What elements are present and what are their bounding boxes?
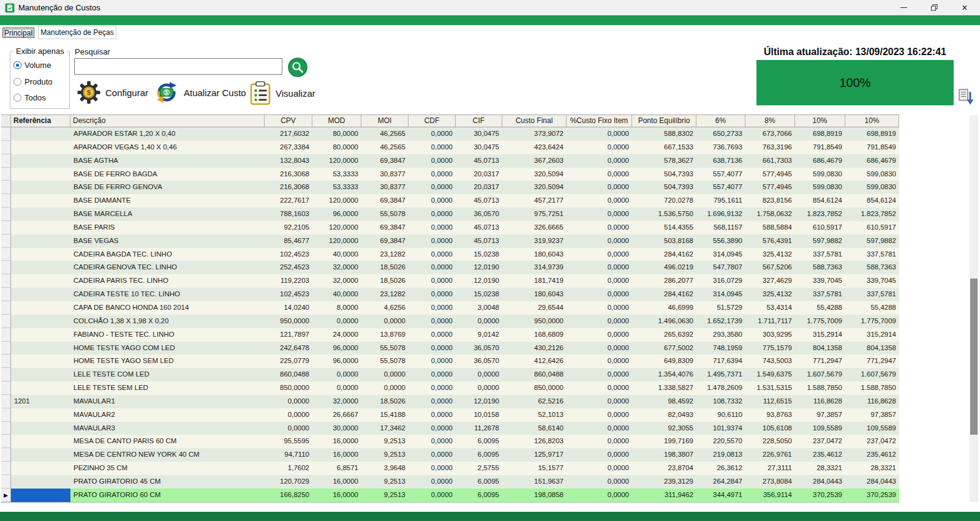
row-selector-cell[interactable] bbox=[1, 221, 11, 234]
cell-8pct[interactable]: 303,9295 bbox=[745, 328, 795, 342]
cell-cpv[interactable]: 216,3068 bbox=[265, 181, 312, 194]
cell-10pct[interactable]: 370,2539 bbox=[795, 489, 845, 502]
cell-cif[interactable]: 0,0000 bbox=[456, 315, 502, 328]
cell-cpv[interactable]: 950,0000 bbox=[265, 315, 312, 328]
table-row[interactable]: CADEIRA PARIS TEC. LINHO119,220332,00001… bbox=[1, 274, 899, 288]
row-selector-cell[interactable] bbox=[1, 462, 11, 475]
cell-cif[interactable]: 45,0713 bbox=[456, 221, 502, 234]
cell-6pct[interactable]: 568,1157 bbox=[696, 221, 745, 234]
cell-moi[interactable]: 69,3847 bbox=[361, 221, 409, 234]
cell-descricao[interactable]: LELE TESTE COM LED bbox=[70, 368, 265, 381]
cell-cif[interactable]: 9,0142 bbox=[456, 328, 502, 342]
table-row[interactable]: PEZINHO 35 CM1,76026,85713,96480,00002,5… bbox=[1, 462, 899, 475]
cell-descricao[interactable]: PRATO GIRATORIO 60 CM bbox=[70, 489, 265, 502]
cell-moi[interactable]: 46,2565 bbox=[361, 141, 409, 154]
cell-descricao[interactable]: BASE DIAMANTE bbox=[70, 194, 265, 208]
cell-cif[interactable]: 11,2678 bbox=[456, 422, 502, 435]
cell-custo-final[interactable]: 320,5094 bbox=[502, 181, 567, 194]
cell-referencia[interactable] bbox=[11, 315, 70, 328]
cell-10pct-2[interactable]: 804,1358 bbox=[845, 342, 899, 355]
cell-6pct[interactable]: 219,0813 bbox=[696, 448, 745, 462]
cell-referencia[interactable] bbox=[11, 328, 70, 342]
cell-6pct[interactable]: 736,7693 bbox=[696, 141, 745, 154]
cell-pct-custo-fixo-item[interactable]: 0,0000 bbox=[567, 489, 632, 502]
cell-mod[interactable]: 0,0000 bbox=[312, 368, 361, 381]
cell-custo-final[interactable]: 314,9739 bbox=[502, 261, 567, 274]
cell-10pct[interactable]: 599,0830 bbox=[795, 168, 845, 181]
cell-10pct[interactable]: 686,4679 bbox=[795, 154, 845, 168]
cell-moi[interactable]: 69,3847 bbox=[361, 154, 409, 168]
cell-10pct-2[interactable]: 109,5589 bbox=[845, 422, 899, 435]
cell-8pct[interactable]: 325,4132 bbox=[745, 288, 795, 301]
cell-10pct-2[interactable]: 771,2947 bbox=[845, 354, 899, 368]
cell-6pct[interactable]: 90,6110 bbox=[696, 408, 745, 422]
cell-10pct[interactable]: 284,0443 bbox=[795, 475, 845, 489]
table-row[interactable]: HOME TESTE YAGO SEM LED225,077996,000055… bbox=[1, 354, 899, 368]
cell-pct-custo-fixo-item[interactable]: 0,0000 bbox=[567, 141, 632, 154]
cell-custo-final[interactable]: 181,7419 bbox=[502, 274, 567, 288]
cell-cif[interactable]: 12,0190 bbox=[456, 395, 502, 408]
table-row[interactable]: CADEIRA TESTE 10 TEC. LINHO102,452340,00… bbox=[1, 288, 899, 301]
cell-6pct[interactable]: 638,7136 bbox=[696, 154, 745, 168]
table-row[interactable]: BASE PARIS92,2105120,000069,38470,000045… bbox=[1, 221, 899, 234]
row-selector-cell[interactable] bbox=[1, 395, 11, 408]
cell-referencia[interactable] bbox=[11, 274, 70, 288]
restore-button[interactable] bbox=[919, 0, 949, 15]
cell-6pct[interactable]: 26,3612 bbox=[696, 462, 745, 475]
cell-mod[interactable]: 26,6667 bbox=[312, 408, 361, 422]
row-selector-cell[interactable] bbox=[1, 408, 11, 422]
cell-10pct[interactable]: 1.588,7850 bbox=[795, 381, 845, 395]
cell-cif[interactable]: 6,0095 bbox=[456, 475, 502, 489]
cell-cdf[interactable]: 0,0000 bbox=[409, 422, 456, 435]
cell-10pct[interactable]: 791,8549 bbox=[795, 141, 845, 154]
cell-referencia[interactable] bbox=[11, 462, 70, 475]
cell-referencia[interactable] bbox=[11, 408, 70, 422]
cell-ponto-equilibrio[interactable]: 1.536,5750 bbox=[632, 208, 696, 221]
cell-referencia[interactable]: 1201 bbox=[11, 395, 70, 408]
cell-cdf[interactable]: 0,0000 bbox=[409, 354, 456, 368]
column-header-moi[interactable]: MOI bbox=[361, 115, 409, 127]
table-row[interactable]: BASE DE FERRO BAGDA216,306853,333330,837… bbox=[1, 168, 899, 181]
cell-descricao[interactable]: MESA DE CANTO PARIS 60 CM bbox=[70, 435, 265, 448]
cell-mod[interactable]: 53,3333 bbox=[312, 168, 361, 181]
row-selector-cell[interactable] bbox=[1, 301, 11, 315]
cell-cif[interactable]: 45,0713 bbox=[456, 234, 502, 248]
cell-ponto-equilibrio[interactable]: 23,8704 bbox=[632, 462, 696, 475]
cell-10pct[interactable]: 337,5781 bbox=[795, 248, 845, 261]
cell-cpv[interactable]: 121,7897 bbox=[265, 328, 312, 342]
row-selector-cell[interactable] bbox=[1, 288, 11, 301]
cell-pct-custo-fixo-item[interactable]: 0,0000 bbox=[567, 168, 632, 181]
row-selector-cell[interactable] bbox=[1, 435, 11, 448]
cell-8pct[interactable]: 567,5206 bbox=[745, 261, 795, 274]
table-row[interactable]: PRATO GIRATORIO 45 CM120,702916,00009,25… bbox=[1, 475, 899, 489]
table-row[interactable]: ▶PRATO GIRATORIO 60 CM166,825016,00009,2… bbox=[1, 489, 899, 502]
cell-10pct-2[interactable]: 854,6124 bbox=[845, 194, 899, 208]
cell-10pct[interactable]: 1.607,5679 bbox=[795, 368, 845, 381]
cell-descricao[interactable]: CADEIRA BAGDA TEC. LINHO bbox=[70, 248, 265, 261]
cell-10pct[interactable]: 116,8628 bbox=[795, 395, 845, 408]
cell-cdf[interactable]: 0,0000 bbox=[409, 141, 456, 154]
table-row[interactable]: FABIANO - TESTE TEC. LINHO121,789724,000… bbox=[1, 328, 899, 342]
cell-pct-custo-fixo-item[interactable]: 0,0000 bbox=[567, 301, 632, 315]
cell-ponto-equilibrio[interactable]: 284,4162 bbox=[632, 248, 696, 261]
cell-pct-custo-fixo-item[interactable]: 0,0000 bbox=[567, 181, 632, 194]
cell-custo-final[interactable]: 125,9717 bbox=[502, 448, 567, 462]
table-row[interactable]: MAVAULAR30,000030,000017,34620,000011,26… bbox=[1, 422, 899, 435]
cell-referencia[interactable] bbox=[11, 422, 70, 435]
row-selector-cell[interactable] bbox=[1, 154, 11, 168]
cell-pct-custo-fixo-item[interactable]: 0,0000 bbox=[567, 395, 632, 408]
cell-cif[interactable]: 6,0095 bbox=[456, 489, 502, 502]
cell-10pct-2[interactable]: 1.588,7850 bbox=[845, 381, 899, 395]
cell-8pct[interactable]: 93,8763 bbox=[745, 408, 795, 422]
cell-descricao[interactable]: CADEIRA GENOVA TEC. LINHO bbox=[70, 261, 265, 274]
cell-cdf[interactable]: 0,0000 bbox=[409, 194, 456, 208]
cell-6pct[interactable]: 1.696,9132 bbox=[696, 208, 745, 221]
column-header-ponto-equilibrio[interactable]: Ponto Equilíbrio bbox=[632, 115, 696, 127]
row-selector-cell[interactable] bbox=[1, 248, 11, 261]
column-header-cpv[interactable]: CPV bbox=[265, 115, 312, 127]
cell-descricao[interactable]: MAVAULAR3 bbox=[70, 422, 265, 435]
cell-cpv[interactable]: 216,3068 bbox=[265, 168, 312, 181]
row-selector-cell[interactable] bbox=[1, 261, 11, 274]
cell-6pct[interactable]: 108,7332 bbox=[696, 395, 745, 408]
cell-cdf[interactable]: 0,0000 bbox=[409, 462, 456, 475]
